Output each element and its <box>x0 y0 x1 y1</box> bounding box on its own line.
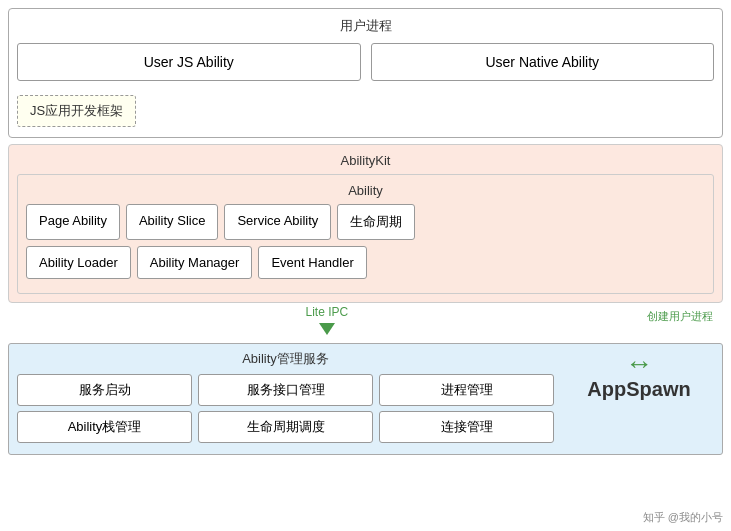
user-process-area: 用户进程 User JS Ability User Native Ability… <box>8 8 723 138</box>
ability-loader-cell: Ability Loader <box>26 246 131 279</box>
ability-row-2: Ability Loader Ability Manager Event Han… <box>26 246 705 279</box>
ipc-arrow: Lite IPC <box>306 305 349 335</box>
js-framework-wrapper: JS应用开发框架 <box>17 87 714 127</box>
appspawn-section: ↔ AppSpawn <box>554 350 714 401</box>
lifecycle-scheduling-cell: 生命周期调度 <box>198 411 373 443</box>
service-ability-cell: Service Ability <box>224 204 331 240</box>
appspawn-arrow-icon: ↔ <box>625 350 653 378</box>
mgmt-row-2: Ability栈管理 生命周期调度 连接管理 <box>17 411 554 443</box>
service-interface-cell: 服务接口管理 <box>198 374 373 406</box>
ability-stack-cell: Ability栈管理 <box>17 411 192 443</box>
create-process-label: 创建用户进程 <box>647 309 713 324</box>
user-native-ability-box: User Native Ability <box>371 43 715 81</box>
user-js-ability-box: User JS Ability <box>17 43 361 81</box>
ipc-section: Lite IPC 创建用户进程 <box>8 305 723 343</box>
management-service-label: Ability管理服务 <box>17 350 554 368</box>
mgmt-row-1: 服务启动 服务接口管理 进程管理 <box>17 374 554 406</box>
ability-row-1: Page Ability Ability Slice Service Abili… <box>26 204 705 240</box>
ability-inner-label: Ability <box>26 183 705 198</box>
user-abilities-row: User JS Ability User Native Ability <box>17 43 714 81</box>
management-area: Ability管理服务 服务启动 服务接口管理 进程管理 Ability栈管理 … <box>8 343 723 455</box>
abilitykit-area: AbilityKit Ability Page Ability Ability … <box>8 144 723 303</box>
service-start-cell: 服务启动 <box>17 374 192 406</box>
js-framework-area: JS应用开发框架 <box>17 95 136 127</box>
page-ability-cell: Page Ability <box>26 204 120 240</box>
ability-manager-cell: Ability Manager <box>137 246 253 279</box>
process-management-cell: 进程管理 <box>379 374 554 406</box>
ability-inner-area: Ability Page Ability Ability Slice Servi… <box>17 174 714 294</box>
ability-slice-cell: Ability Slice <box>126 204 218 240</box>
management-left: Ability管理服务 服务启动 服务接口管理 进程管理 Ability栈管理 … <box>17 350 554 448</box>
management-top: Ability管理服务 服务启动 服务接口管理 进程管理 Ability栈管理 … <box>17 350 714 448</box>
abilitykit-label: AbilityKit <box>17 153 714 168</box>
lite-ipc-label: Lite IPC <box>306 305 349 319</box>
appspawn-label: AppSpawn <box>587 378 690 401</box>
user-process-label: 用户进程 <box>17 17 714 35</box>
watermark: 知乎 @我的小号 <box>643 510 723 525</box>
diagram-container: 用户进程 User JS Ability User Native Ability… <box>0 0 731 531</box>
lifecycle-cell: 生命周期 <box>337 204 415 240</box>
event-handler-cell: Event Handler <box>258 246 366 279</box>
arrow-down-icon <box>319 323 335 335</box>
connection-management-cell: 连接管理 <box>379 411 554 443</box>
